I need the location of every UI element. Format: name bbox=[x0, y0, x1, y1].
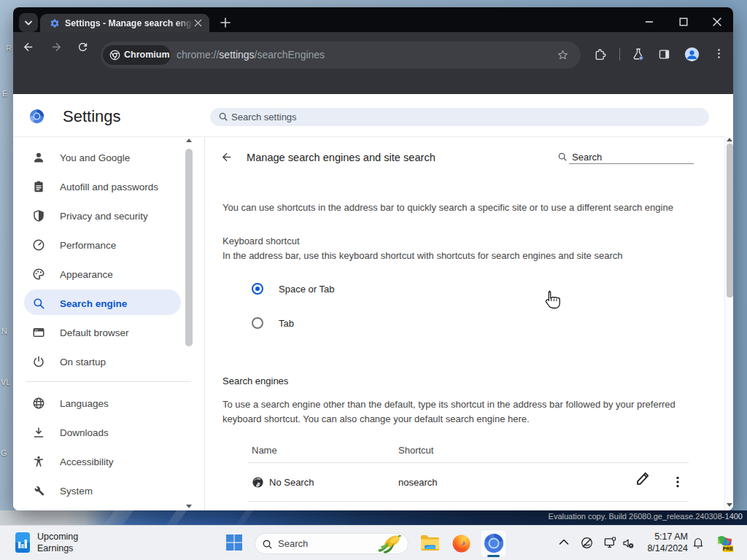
svg-text:PRE: PRE bbox=[723, 546, 733, 551]
